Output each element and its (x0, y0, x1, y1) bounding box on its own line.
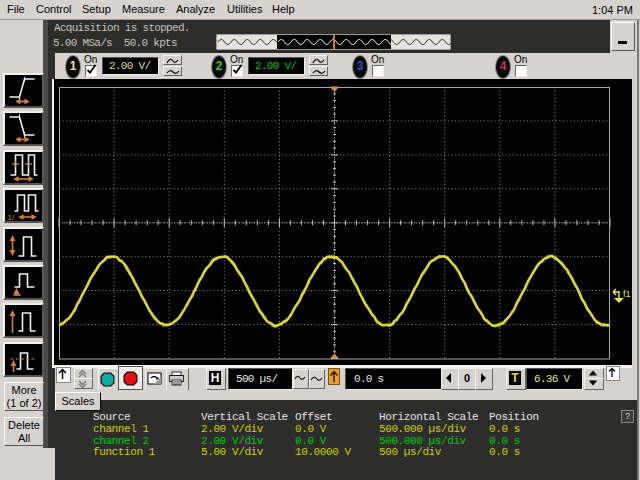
svg-text:f1: f1 (623, 289, 631, 299)
svg-text:1/: 1/ (8, 213, 15, 220)
